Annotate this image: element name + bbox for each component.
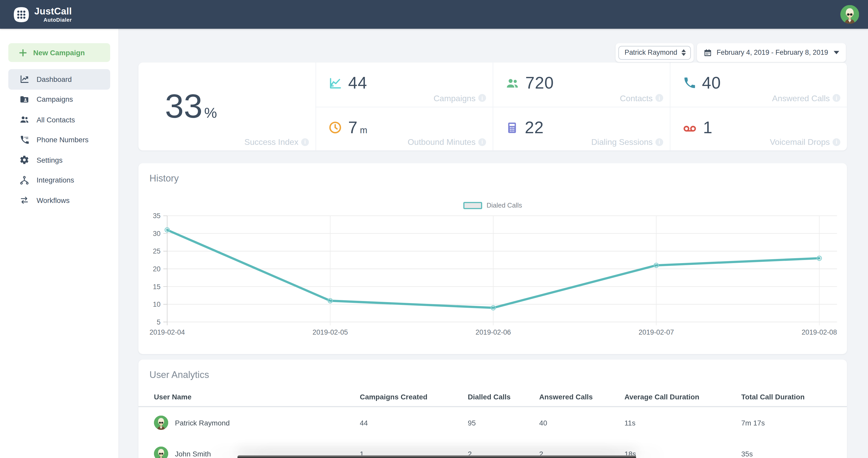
info-icon[interactable] <box>301 138 309 146</box>
stat-voicemail-drops: 1 Voicemail Drops <box>670 107 847 151</box>
stat-dialing-sessions: 22 Dialing Sessions <box>493 107 670 151</box>
svg-text:2019-02-07: 2019-02-07 <box>639 328 674 336</box>
svg-text:20: 20 <box>153 265 161 273</box>
answered-calls-phone-icon <box>683 76 696 90</box>
svg-text:5: 5 <box>157 318 161 326</box>
user-name: Patrick Raymond <box>175 419 230 427</box>
sidebar-item-dashboard[interactable]: Dashboard <box>8 69 110 89</box>
stat-answered-calls: 40 Answered Calls <box>670 63 847 106</box>
outbound-minutes-clock-icon <box>328 121 342 134</box>
chart-legend[interactable]: Dialed Calls <box>463 201 522 209</box>
caret-down-icon <box>834 51 839 54</box>
user-avatar[interactable] <box>840 5 859 24</box>
stats-summary-card: 33 % Success Index 44 Campaigns <box>138 63 847 151</box>
stat-contacts: 720 Contacts <box>493 63 670 106</box>
avatar <box>154 447 168 458</box>
date-range-picker[interactable]: February 4, 2019 - February 8, 2019 <box>697 43 846 62</box>
analytics-table-header: User Name Campaigns Created Dialled Call… <box>138 393 847 407</box>
user-name: John Smith <box>175 450 211 458</box>
column-header: Answered Calls <box>539 393 624 401</box>
info-icon[interactable] <box>478 138 486 146</box>
new-campaign-button[interactable]: New Campaign <box>8 43 110 62</box>
column-header: Average Call Duration <box>624 393 741 401</box>
info-icon[interactable] <box>655 94 663 102</box>
info-icon[interactable] <box>478 94 486 102</box>
success-index-value: 33 <box>165 87 203 126</box>
filters-toolbar: Patrick Raymond February 4, 2019 - Febru… <box>616 43 846 62</box>
calendar-icon <box>704 48 712 57</box>
svg-text:30: 30 <box>153 230 161 237</box>
svg-text:2019-02-06: 2019-02-06 <box>475 328 511 336</box>
sidebar-item-campaigns[interactable]: Campaigns <box>8 89 110 109</box>
svg-text:2019-02-04: 2019-02-04 <box>150 328 185 336</box>
select-arrows-icon <box>682 49 686 56</box>
table-row: Patrick Raymond 44 95 40 11s 7m 17s <box>138 407 847 438</box>
top-navbar: JustCall AutoDialer <box>0 0 868 29</box>
info-icon[interactable] <box>833 94 840 102</box>
settings-gear-icon <box>20 155 29 165</box>
user-filter-card: Patrick Raymond <box>616 43 694 62</box>
brand-subtitle: AutoDialer <box>44 17 72 22</box>
integrations-branch-icon <box>20 175 29 185</box>
table-row: John Smith 1 2 2 18s 35s <box>138 438 847 458</box>
sidebar-item-integrations[interactable]: Integrations <box>8 170 110 190</box>
user-analytics-title: User Analytics <box>138 360 847 381</box>
column-header: Total Call Duration <box>741 393 831 401</box>
info-icon[interactable] <box>655 138 663 146</box>
campaigns-stat-icon <box>328 76 342 90</box>
sidebar-item-all-contacts[interactable]: All Contacts <box>8 109 110 130</box>
svg-text:35: 35 <box>153 212 161 220</box>
avatar <box>154 416 168 430</box>
svg-text:10: 10 <box>153 300 161 308</box>
dashboard-chart-icon <box>20 74 29 85</box>
user-analytics-card: User Analytics User Name Campaigns Creat… <box>138 360 847 458</box>
svg-text:2019-02-05: 2019-02-05 <box>313 328 348 336</box>
history-card: History Dialed Calls 35302520151052019-0… <box>138 163 847 354</box>
stat-outbound-minutes: 7 m Outbound Minutes <box>315 107 493 151</box>
stat-campaigns: 44 Campaigns <box>315 63 493 106</box>
workflows-repeat-icon <box>20 195 29 205</box>
sidebar-item-settings[interactable]: Settings <box>8 150 110 170</box>
user-select[interactable]: Patrick Raymond <box>618 46 691 60</box>
stat-label: Success Index <box>244 137 299 146</box>
svg-text:2019-02-08: 2019-02-08 <box>802 328 837 336</box>
svg-text:15: 15 <box>153 283 161 291</box>
contacts-stat-icon <box>505 76 519 90</box>
brand-name: JustCall <box>34 6 72 16</box>
legend-swatch <box>463 202 482 209</box>
brand-logo[interactable]: JustCall AutoDialer <box>13 6 72 23</box>
campaign-folder-icon <box>20 95 29 104</box>
column-header: Dialled Calls <box>468 393 539 401</box>
bottom-overlay-bar <box>238 455 636 458</box>
history-title: History <box>150 173 179 184</box>
contacts-people-icon <box>20 115 29 125</box>
history-chart: 35302520151052019-02-042019-02-052019-02… <box>143 211 843 344</box>
sidebar-item-workflows[interactable]: Workflows <box>8 190 110 210</box>
justcall-logo-icon <box>13 6 29 23</box>
sidebar-item-phone-numbers[interactable]: Phone Numbers <box>8 130 110 150</box>
dialing-sessions-dialer-icon <box>505 121 519 134</box>
sidebar: New Campaign Dashboard Campaigns All Con… <box>0 29 119 458</box>
app-root: JustCall AutoDialer New Campaign Dashboa… <box>0 0 868 458</box>
phone-numbers-icon <box>20 135 29 145</box>
column-header: Campaigns Created <box>360 393 468 401</box>
plus-icon <box>20 49 27 56</box>
info-icon[interactable] <box>833 138 840 146</box>
column-header: User Name <box>154 393 360 401</box>
svg-text:25: 25 <box>153 247 161 255</box>
stat-success-index: 33 % Success Index <box>138 63 316 151</box>
voicemail-icon <box>683 120 697 135</box>
